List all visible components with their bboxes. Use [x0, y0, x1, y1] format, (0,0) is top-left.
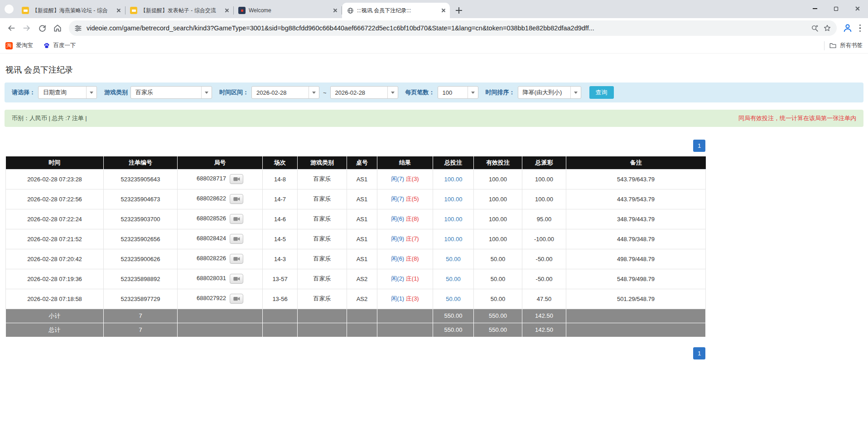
url-text[interactable]: videoie.com/game/betrecord_search/kind3?…: [87, 24, 806, 32]
table-no-cell: AS2: [347, 289, 377, 309]
bookmark-label: 百度一下: [53, 42, 76, 49]
page-size-select[interactable]: 100: [438, 86, 478, 99]
game-type-label: 游戏类别: [104, 88, 128, 97]
site-settings-icon[interactable]: [74, 24, 82, 32]
video-replay-button[interactable]: [230, 174, 243, 184]
video-replay-button[interactable]: [230, 254, 243, 264]
valid-bet-cell: 50.00: [474, 269, 522, 289]
tab-title: 【新提醒】海燕策略论坛 - 综合: [32, 7, 112, 15]
page-size-label: 每页笔数：: [405, 88, 435, 97]
tab-forum-1[interactable]: 【新提醒】海燕策略论坛 - 综合: [17, 3, 125, 18]
sum-label: 小计: [6, 309, 104, 323]
sum-total-bet: 550.00: [433, 323, 474, 337]
forum-favicon: [22, 7, 29, 14]
close-button[interactable]: [847, 0, 868, 17]
table-no-cell: AS1: [347, 169, 377, 189]
session-cell: 14-3: [263, 249, 298, 269]
session-cell: 14-7: [263, 189, 298, 209]
bet-id-cell: 523235898892: [104, 269, 178, 289]
column-header: 注单编号: [104, 156, 178, 169]
globe-favicon: [347, 7, 354, 14]
total-bet-link: 50.00: [446, 276, 461, 282]
payout-cell: -50.00: [522, 249, 566, 269]
column-header: 游戏类别: [298, 156, 347, 169]
toolbar-right: [840, 23, 865, 34]
result-player: 闲(7): [391, 195, 404, 202]
total-bet-cell[interactable]: 100.00: [433, 189, 474, 209]
date-to-select[interactable]: 2026-02-28: [330, 86, 398, 99]
sum-valid-bet: 550.00: [474, 323, 522, 337]
minimize-button[interactable]: [804, 0, 825, 17]
lens-search-icon[interactable]: [811, 24, 819, 32]
total-bet-cell[interactable]: 50.00: [433, 249, 474, 269]
home-button[interactable]: [50, 20, 65, 36]
tab-welcome[interactable]: Welcome: [234, 3, 342, 18]
bookmark-star-icon[interactable]: [823, 24, 831, 32]
column-header: 时间: [6, 156, 104, 169]
tab-close-icon[interactable]: [440, 7, 447, 14]
total-bet-cell[interactable]: 50.00: [433, 289, 474, 309]
result-cell: 闲(9) 庄(7): [377, 229, 433, 249]
video-replay-button[interactable]: [230, 214, 243, 224]
result-cell: 闲(2) 庄(1): [377, 269, 433, 289]
welcome-favicon: [238, 7, 246, 14]
tab-close-icon[interactable]: [115, 7, 122, 14]
video-replay-button[interactable]: [230, 194, 243, 204]
result-banker: 庄(3): [406, 295, 419, 302]
sum-valid-bet: 550.00: [474, 309, 522, 323]
maximize-button[interactable]: [825, 0, 847, 17]
table-no-cell: AS1: [347, 209, 377, 229]
total-bet-cell[interactable]: 100.00: [433, 229, 474, 249]
total-bet-cell[interactable]: 100.00: [433, 169, 474, 189]
tab-close-icon[interactable]: [332, 7, 339, 14]
address-bar[interactable]: videoie.com/game/betrecord_search/kind3?…: [69, 20, 837, 36]
video-replay-button[interactable]: [230, 234, 243, 244]
valid-bet-cell: 50.00: [474, 249, 522, 269]
reload-button[interactable]: [34, 20, 50, 36]
game-type-select[interactable]: 百家乐: [130, 86, 212, 99]
back-button[interactable]: [4, 20, 19, 36]
total-bet-link: 100.00: [444, 236, 463, 243]
forward-button[interactable]: [19, 20, 34, 36]
total-bet-cell[interactable]: 100.00: [433, 209, 474, 229]
bookmarks-divider: [824, 41, 825, 50]
profile-avatar[interactable]: [842, 23, 853, 34]
page-content: 视讯 会员下注纪录 请选择： 日期查询 游戏类别 百家乐 时间区间： 2026-…: [0, 64, 868, 369]
query-mode-select[interactable]: 日期查询: [38, 86, 97, 99]
video-replay-button[interactable]: [230, 294, 243, 304]
payout-cell: 95.00: [522, 209, 566, 229]
column-header: 总投注: [433, 156, 474, 169]
result-player: 闲(9): [391, 235, 404, 242]
game-type-cell: 百家乐: [298, 249, 347, 269]
tab-search-button[interactable]: [5, 5, 14, 14]
bookmark-taobao[interactable]: 淘 爱淘宝: [5, 42, 33, 49]
tab-close-icon[interactable]: [223, 7, 231, 14]
result-banker: 庄(1): [406, 275, 419, 282]
game-type-cell: 百家乐: [298, 269, 347, 289]
subtotal-row: 小计7550.00550.00142.50: [6, 309, 706, 323]
page-number-button[interactable]: 1: [693, 347, 705, 359]
all-bookmarks-button[interactable]: 所有书签: [829, 42, 863, 49]
sum-label: 总计: [6, 323, 104, 337]
sort-select[interactable]: 降幂(由大到小): [518, 86, 581, 99]
summary-note: 同局有效投注，统一计算在该局第一张注单内: [738, 114, 856, 122]
video-replay-button[interactable]: [230, 274, 243, 284]
round-cell: 688028424: [178, 229, 263, 249]
new-tab-button[interactable]: [453, 5, 464, 16]
game-type-cell: 百家乐: [298, 189, 347, 209]
tab-bet-record-active[interactable]: :::视讯 会员下注纪录:::: [342, 3, 450, 18]
browser-menu-icon[interactable]: [858, 23, 863, 34]
tab-forum-2[interactable]: 【新提醒】发表帖子 - 综合交流: [125, 3, 233, 18]
column-header: 结果: [377, 156, 433, 169]
session-cell: 14-8: [263, 169, 298, 189]
page-number-button[interactable]: 1: [693, 140, 705, 152]
query-button[interactable]: 查询: [589, 86, 614, 99]
total-bet-cell[interactable]: 50.00: [433, 269, 474, 289]
time-cell: 2026-02-28 07:20:42: [6, 249, 104, 269]
result-player: 闲(7): [391, 175, 404, 182]
note-cell: 448.79/348.79: [566, 229, 706, 249]
bet-id-cell: 523235903700: [104, 209, 178, 229]
date-from-select[interactable]: 2026-02-28: [251, 86, 319, 99]
tab-title: 【新提醒】发表帖子 - 综合交流: [140, 7, 220, 15]
bookmark-baidu[interactable]: 百度一下: [43, 42, 76, 49]
